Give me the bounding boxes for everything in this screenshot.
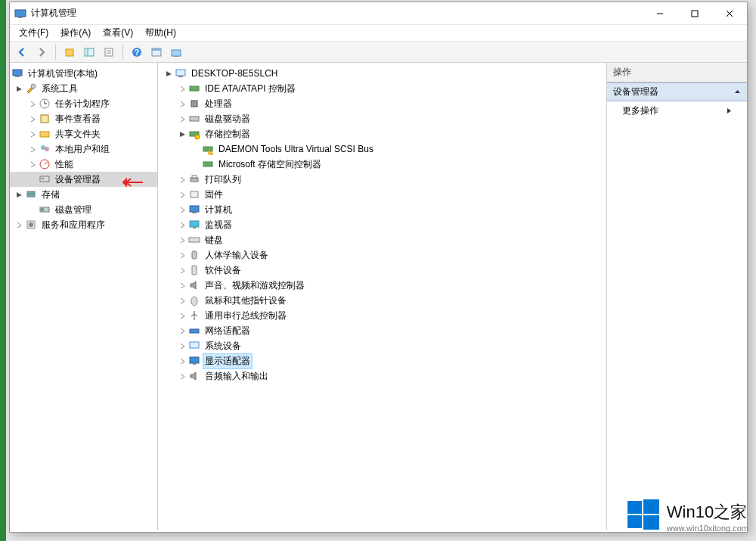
actions-more[interactable]: 更多操作 (607, 101, 747, 120)
expander-icon[interactable] (176, 116, 188, 123)
expander-icon[interactable] (176, 312, 188, 319)
device-firmware[interactable]: 固件 (158, 187, 606, 202)
menu-file[interactable]: 文件(F) (13, 25, 54, 41)
expander-icon[interactable] (176, 252, 188, 259)
expander-icon[interactable] (26, 161, 39, 168)
actions-section[interactable]: 设备管理器 (607, 82, 747, 101)
back-button[interactable] (13, 44, 31, 61)
toolbar-separator (55, 45, 56, 60)
minimize-button[interactable] (643, 2, 677, 25)
close-button[interactable] (712, 2, 747, 25)
printer-icon (188, 173, 200, 185)
tree-item-storage[interactable]: 存储 (10, 187, 157, 202)
expander-icon[interactable] (176, 343, 188, 350)
svg-rect-49 (191, 191, 198, 197)
tree-label: 音频输入和输出 (203, 369, 270, 384)
device-tree-pane[interactable]: DESKTOP-8E5SLCH IDE ATA/ATAPI 控制器 处理器 磁盘… (158, 63, 606, 530)
properties-button[interactable] (100, 44, 118, 61)
device-daemon[interactable]: DAEMON Tools Ultra Virtual SCSI Bus (158, 141, 606, 157)
expander-icon[interactable] (13, 86, 25, 92)
expander-icon[interactable] (176, 86, 188, 92)
expander-icon[interactable] (13, 191, 25, 198)
expander-icon[interactable] (176, 131, 188, 138)
svg-rect-53 (193, 227, 196, 229)
tree-item-performance[interactable]: 性能 (10, 157, 157, 172)
storage-ctrl-icon (202, 158, 214, 170)
expander-icon[interactable] (176, 373, 188, 380)
expander-icon[interactable] (176, 176, 188, 183)
expander-icon[interactable] (176, 358, 188, 365)
forward-button[interactable] (33, 44, 51, 61)
toolbar-button[interactable] (147, 44, 166, 61)
device-computer[interactable]: 计算机 (158, 202, 606, 217)
svg-rect-61 (193, 363, 196, 365)
collapse-icon[interactable] (734, 87, 741, 98)
help-button[interactable]: ? (128, 44, 146, 61)
tree-item-root[interactable]: 计算机管理(本地) (10, 66, 157, 81)
expander-icon[interactable] (26, 101, 39, 107)
up-button[interactable] (60, 44, 79, 61)
clock-icon (39, 98, 51, 110)
device-sound[interactable]: 声音、视频和游戏控制器 (158, 278, 606, 293)
menu-action[interactable]: 操作(A) (54, 25, 97, 41)
device-ms-storage[interactable]: Microsoft 存储空间控制器 (158, 157, 606, 172)
device-software[interactable]: 软件设备 (158, 263, 606, 278)
expander-icon[interactable] (176, 282, 188, 289)
share-icon (39, 128, 51, 140)
services-icon (25, 219, 37, 231)
device-cpu[interactable]: 处理器 (158, 96, 606, 111)
device-print-queues[interactable]: 打印队列 (158, 172, 606, 187)
expander-icon[interactable] (26, 146, 39, 153)
tree-item-shared-folders[interactable]: 共享文件夹 (10, 126, 157, 141)
expander-icon[interactable] (176, 191, 188, 198)
tree-item-disk-management[interactable]: 磁盘管理 (10, 202, 157, 217)
svg-point-27 (45, 147, 49, 151)
expander-icon[interactable] (176, 222, 188, 229)
tree-item-event-viewer[interactable]: 事件查看器 (10, 111, 157, 126)
tree-item-device-manager[interactable]: 设备管理器 (10, 172, 157, 187)
expander-icon[interactable] (26, 131, 39, 138)
device-ide[interactable]: IDE ATA/ATAPI 控制器 (158, 81, 606, 96)
device-mice[interactable]: 鼠标和其他指针设备 (158, 293, 606, 308)
tree-item-services[interactable]: 服务和应用程序 (10, 217, 157, 232)
expander-icon[interactable] (176, 101, 188, 107)
show-hide-tree-button[interactable] (80, 44, 98, 61)
device-system[interactable]: 系统设备 (158, 338, 606, 353)
device-monitors[interactable]: 监视器 (158, 217, 606, 232)
svg-point-44 (195, 135, 200, 139)
svg-rect-63 (643, 499, 659, 514)
device-disk-drives[interactable]: 磁盘驱动器 (158, 111, 606, 126)
device-network[interactable]: 网络适配器 (158, 323, 606, 338)
device-storage-controllers[interactable]: 存储控制器 (158, 126, 606, 141)
svg-point-57 (191, 297, 197, 306)
expander-icon[interactable] (176, 267, 188, 274)
expander-icon[interactable] (176, 237, 188, 244)
expander-icon[interactable] (163, 70, 175, 77)
toolbar-button[interactable] (167, 44, 185, 61)
tree-label: 打印队列 (203, 173, 243, 187)
expander-icon[interactable] (176, 297, 188, 304)
device-usb[interactable]: 通用串行总线控制器 (158, 308, 606, 323)
tree-label: 声音、视频和游戏控制器 (203, 278, 306, 293)
menu-help[interactable]: 帮助(H) (139, 25, 182, 41)
expander-icon[interactable] (176, 207, 188, 213)
device-keyboards[interactable]: 键盘 (158, 232, 606, 247)
tree-item-task-scheduler[interactable]: 任务计划程序 (10, 96, 157, 111)
device-audio-io[interactable]: 音频输入和输出 (158, 368, 606, 384)
device-hid[interactable]: 人体学输入设备 (158, 247, 606, 263)
svg-rect-55 (192, 251, 197, 259)
tree-item-local-users[interactable]: 本地用户和组 (10, 141, 157, 157)
expander-icon[interactable] (26, 116, 39, 123)
menu-view[interactable]: 查看(V) (97, 25, 139, 41)
tree-item-system-tools[interactable]: 系统工具 (10, 81, 157, 96)
svg-rect-15 (152, 48, 161, 51)
expander-icon[interactable] (13, 222, 25, 229)
expander-icon[interactable] (176, 328, 188, 334)
svg-rect-40 (190, 86, 199, 91)
monitor-icon (188, 219, 200, 231)
keyboard-icon (188, 234, 200, 246)
device-display[interactable]: 显示适配器 (158, 353, 606, 368)
left-tree-pane[interactable]: 计算机管理(本地) 系统工具 任务计划程序 事件查看器 (10, 63, 158, 530)
maximize-button[interactable] (677, 2, 712, 25)
device-root[interactable]: DESKTOP-8E5SLCH (158, 66, 606, 81)
